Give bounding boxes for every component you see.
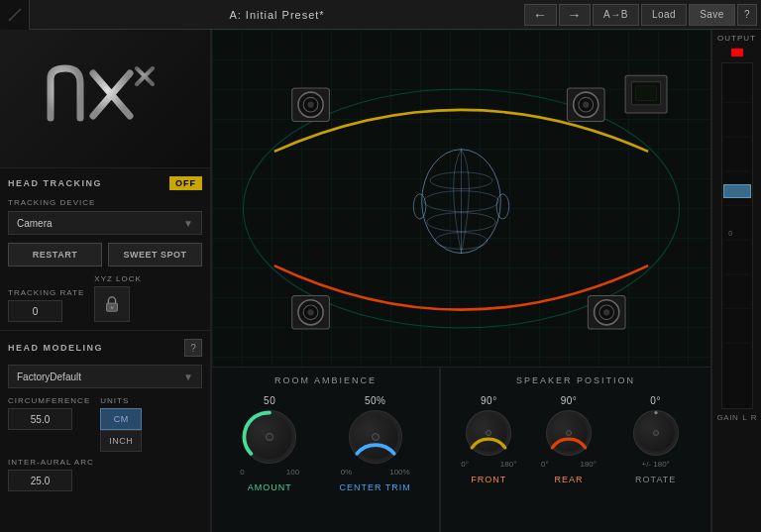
top-bar-controls: ← → A→B Load Save ? <box>524 4 761 26</box>
rear-label: REAR <box>554 475 583 484</box>
center-trim-knob-group: 50% 0% 100% <box>339 395 410 492</box>
rotate-knob[interactable] <box>633 410 679 456</box>
svg-point-8 <box>307 102 313 108</box>
amount-min: 0 <box>240 468 244 477</box>
save-button[interactable]: Save <box>689 4 735 26</box>
gain-row: GAIN L R <box>717 413 757 422</box>
circumference-input[interactable] <box>8 408 72 430</box>
output-label: OUTPUT <box>717 34 756 43</box>
tracking-rate-input[interactable] <box>8 300 62 322</box>
svg-point-29 <box>496 194 509 219</box>
left-panel: HEAD TRACKING OFF TRACKING DEVICE Camera… <box>0 30 211 532</box>
gain-label: GAIN <box>717 413 739 422</box>
help-button[interactable]: ? <box>737 4 757 26</box>
front-knob-group: 90° 0° <box>461 395 516 484</box>
center-trim-range: 0% 100% <box>341 468 410 477</box>
center-trim-value: 50% <box>365 395 386 406</box>
head-tracking-section: HEAD TRACKING OFF TRACKING DEVICE Camera… <box>0 168 210 331</box>
room-ambience-panel: ROOM AMBIENCE 50 <box>212 368 440 532</box>
load-button[interactable]: Load <box>641 4 687 26</box>
cm-button[interactable]: CM <box>100 408 142 430</box>
center-trim-knob[interactable] <box>349 410 402 464</box>
output-meter: 0 GAIN L R <box>721 62 753 532</box>
svg-point-3 <box>111 306 114 309</box>
output-fader[interactable] <box>723 184 751 198</box>
center-trim-max: 100% <box>389 468 409 477</box>
front-label: FRONT <box>471 475 506 484</box>
restart-button[interactable]: RESTART <box>8 243 102 266</box>
inter-aural-row: INTER-AURAL ARC <box>8 458 202 491</box>
r-label: R <box>751 413 757 422</box>
dropdown-arrow-icon: ▼ <box>183 218 193 229</box>
circumference-group: CIRCUMFERENCE <box>8 396 90 452</box>
viz-canvas <box>212 30 710 367</box>
front-range: 0° 180° <box>461 460 516 469</box>
clip-indicator <box>731 49 743 56</box>
bottom-panels: ROOM AMBIENCE 50 <box>212 367 710 532</box>
xyz-lock-group: XYZ LOCK <box>94 274 142 322</box>
speaker-viz-svg <box>212 30 710 367</box>
inter-aural-input[interactable] <box>8 470 72 491</box>
lock-icon <box>103 295 121 313</box>
rear-max: 180° <box>580 460 597 469</box>
sweet-spot-button[interactable]: SWEET SPOT <box>108 243 202 266</box>
tracking-buttons-row: RESTART SWEET SPOT <box>8 243 202 266</box>
inch-button[interactable]: INCH <box>100 430 142 452</box>
xyz-lock-button[interactable] <box>94 286 130 322</box>
amount-knob-arc-icon <box>240 407 299 467</box>
svg-point-12 <box>583 102 589 108</box>
head-modeling-header: HEAD MODELING ? <box>8 339 202 357</box>
front-knob[interactable] <box>466 410 511 456</box>
logo-area <box>0 30 210 168</box>
front-min: 0° <box>461 460 469 469</box>
head-tracking-toggle[interactable]: OFF <box>169 176 202 190</box>
nx-logo <box>46 58 164 140</box>
meter-scale: 0 <box>721 62 753 409</box>
inter-aural-group: INTER-AURAL ARC <box>8 458 94 491</box>
amount-knob[interactable] <box>243 410 296 464</box>
units-block: CM INCH <box>100 408 142 452</box>
units-group: UNITS CM INCH <box>100 396 142 452</box>
l-label: L <box>742 413 746 422</box>
tracking-device-value: Camera <box>17 218 53 229</box>
next-preset-button[interactable]: → <box>559 4 592 26</box>
tracking-device-dropdown[interactable]: Camera ▼ <box>8 211 202 235</box>
head-modeling-dropdown[interactable]: FactoryDefault ▼ <box>8 365 202 388</box>
head-modeling-dropdown-arrow-icon: ▼ <box>183 372 193 382</box>
front-max: 180° <box>500 460 517 469</box>
circumference-row: CIRCUMFERENCE UNITS CM INCH <box>8 396 202 452</box>
tracking-device-label: TRACKING DEVICE <box>8 198 202 207</box>
tracking-rate-group: TRACKING RATE <box>8 288 84 322</box>
top-bar: A: Initial Preset* ← → A→B Load Save ? <box>0 0 761 30</box>
rotate-min: +/- 180° <box>641 460 669 469</box>
center-trim-knob-arc-icon <box>346 407 405 467</box>
head-tracking-header: HEAD TRACKING OFF <box>8 176 202 190</box>
amount-value: 50 <box>264 395 275 406</box>
head-modeling-help-button[interactable]: ? <box>184 339 202 357</box>
main-layout: HEAD TRACKING OFF TRACKING DEVICE Camera… <box>0 30 761 532</box>
inter-aural-label: INTER-AURAL ARC <box>8 458 94 467</box>
rotate-value: 0° <box>650 395 661 406</box>
amount-range: 0 100 <box>240 468 299 477</box>
circumference-label: CIRCUMFERENCE <box>8 396 90 405</box>
center-trim-label: CENTER TRIM <box>339 482 410 492</box>
speaker-position-panel: SPEAKER POSITION 90° <box>441 368 710 532</box>
xyz-lock-label: XYZ LOCK <box>94 274 142 283</box>
amount-label: AMOUNT <box>248 482 292 492</box>
svg-text:0: 0 <box>728 230 732 237</box>
prev-preset-button[interactable]: ← <box>524 4 557 26</box>
head-modeling-title: HEAD MODELING <box>8 343 103 353</box>
svg-point-23 <box>603 309 609 315</box>
head-modeling-preset: FactoryDefault <box>17 372 81 382</box>
tracking-rate-row: TRACKING RATE XYZ LOCK <box>8 274 202 322</box>
head-tracking-title: HEAD TRACKING <box>8 178 102 188</box>
amount-knob-group: 50 0 100 <box>240 395 299 492</box>
center-trim-min: 0% <box>341 468 353 477</box>
rear-knob-group: 90° 0° <box>541 395 597 484</box>
svg-rect-15 <box>636 86 657 101</box>
rear-value: 90° <box>561 395 578 406</box>
ab-button[interactable]: A→B <box>593 4 639 26</box>
rear-knob[interactable] <box>546 410 592 456</box>
speaker-position-title: SPEAKER POSITION <box>449 375 703 385</box>
preset-name: A: Initial Preset* <box>30 9 524 21</box>
